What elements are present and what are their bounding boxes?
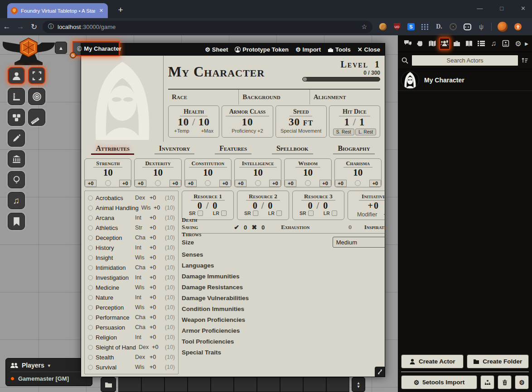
death-success-icon[interactable]: ✔ xyxy=(234,224,239,231)
hit-dice-box[interactable]: Hit Dice 1 / 1 S. Rest L. Rest xyxy=(329,105,380,138)
resource-max[interactable]: 0 xyxy=(268,201,273,210)
skill-row[interactable]: Persuasion Cha +0 (10) xyxy=(88,322,175,332)
resource-max[interactable]: 0 xyxy=(213,201,218,210)
measure-ruler-button[interactable] xyxy=(8,88,25,105)
bookmark-star-icon[interactable]: ☆ xyxy=(361,23,367,30)
skill-row[interactable]: Perception Wis +0 (10) xyxy=(88,302,175,312)
settings-tab-icon[interactable]: ⚙ xyxy=(513,38,523,50)
long-rest-checkbox[interactable] xyxy=(332,210,337,216)
fork-extension-icon[interactable]: ψ xyxy=(477,23,485,31)
skill-row[interactable]: Medicine Wis +0 (10) xyxy=(88,282,175,292)
ability-score[interactable]: 10 xyxy=(135,167,181,177)
cookie-extension-icon[interactable] xyxy=(379,23,387,30)
skill-proficiency-radio[interactable] xyxy=(88,355,93,360)
skill-row[interactable]: Acrobatics Dex +0 (10) xyxy=(88,193,175,203)
configure-button[interactable]: ⚙ xyxy=(515,375,529,389)
actor-list-item[interactable]: My Character xyxy=(398,69,532,91)
character-portrait[interactable] xyxy=(81,56,164,142)
ability-check-mod[interactable]: +0 xyxy=(369,180,381,187)
proficiency-radio[interactable] xyxy=(205,180,211,186)
skill-proficiency-radio[interactable] xyxy=(88,215,93,220)
window-close-button[interactable]: ✕ xyxy=(518,5,528,12)
bio-field-input[interactable]: Background xyxy=(239,90,310,105)
import-button[interactable]: ⚙ Import xyxy=(295,46,321,53)
skill-row[interactable]: History Int +0 (10) xyxy=(88,243,175,253)
skill-proficiency-radio[interactable] xyxy=(88,345,93,350)
trait-row[interactable]: Languages xyxy=(182,260,385,271)
browser-tab[interactable]: Foundry Virtual Tabletop • A Stan ✕ xyxy=(7,3,108,18)
macro-folder-button[interactable] xyxy=(101,377,116,392)
chat-tab-icon[interactable] xyxy=(402,38,413,50)
skill-row[interactable]: Deception Cha +0 (10) xyxy=(88,233,175,243)
resource-value[interactable]: 0 xyxy=(198,201,203,210)
close-button[interactable]: ✕ Close xyxy=(358,46,380,53)
resource-value[interactable]: 0 xyxy=(253,201,258,210)
trait-row[interactable]: Damage Immunities xyxy=(182,271,385,282)
url-field[interactable]: ⓘ localhost :30000/game ☆ xyxy=(43,21,372,33)
skill-proficiency-radio[interactable] xyxy=(88,325,93,330)
speed-value[interactable]: 30 ft xyxy=(277,116,325,128)
trait-row[interactable]: Damage Vulnerabilities xyxy=(182,292,385,303)
actors-tab-icon[interactable] xyxy=(439,38,450,50)
skill-proficiency-radio[interactable] xyxy=(88,315,93,320)
skill-row[interactable]: Performance Cha +0 (10) xyxy=(88,312,175,322)
health-box[interactable]: Health 10 / 10 +Temp +Max xyxy=(168,105,219,138)
player-row-gamemaster[interactable]: Gamemaster [GM] xyxy=(10,372,87,382)
resource-box[interactable]: Resource 3 0 / 0 SR LR xyxy=(292,191,344,220)
items-tab-icon[interactable] xyxy=(451,38,462,50)
dice-tray-button[interactable] xyxy=(8,109,25,126)
tools-button[interactable]: Tools xyxy=(328,46,351,53)
trait-row[interactable]: Damage Resistances xyxy=(182,282,385,292)
journal-tab-icon[interactable] xyxy=(464,38,474,50)
macro-slots[interactable] xyxy=(118,377,349,392)
ability-box[interactable]: Constitution 10 +0 +0 xyxy=(184,158,232,187)
skill-proficiency-radio[interactable] xyxy=(88,365,93,370)
sheet-tab[interactable]: Spellbook xyxy=(272,144,313,154)
scene-nav-collapse-button[interactable]: ▲ xyxy=(55,42,67,54)
ability-box[interactable]: Dexterity 10 +0 +0 xyxy=(134,158,181,187)
long-rest-checkbox[interactable] xyxy=(221,210,227,216)
bio-field-input[interactable]: Alignment xyxy=(310,90,380,105)
players-header[interactable]: Players ▾ xyxy=(10,362,87,372)
compendium-tab-icon[interactable] xyxy=(500,38,511,50)
sheet-tab[interactable]: Features xyxy=(215,144,251,154)
long-rest-button[interactable]: L. Rest xyxy=(355,129,376,135)
skill-row[interactable]: Nature Int +0 (10) xyxy=(88,292,175,302)
skill-proficiency-radio[interactable] xyxy=(88,225,93,230)
level-display[interactable]: Level1 xyxy=(302,59,380,70)
ublock-extension-icon[interactable]: UO xyxy=(394,23,401,30)
sheet-config-button[interactable]: ⚙ Sheet xyxy=(205,46,228,53)
d-extension-icon[interactable]: D. xyxy=(435,23,443,31)
new-tab-button[interactable]: + xyxy=(114,4,127,16)
hp-tempmax-field[interactable]: +Max xyxy=(201,128,213,134)
select-targets-button[interactable] xyxy=(28,67,45,84)
sheet-tab[interactable]: Biography xyxy=(333,144,374,154)
long-rest-checkbox[interactable] xyxy=(276,210,282,216)
search-input[interactable] xyxy=(411,55,518,66)
trait-senses[interactable]: Senses None xyxy=(182,249,385,260)
skill-row[interactable]: Sleight of Hand Dex +0 (10) xyxy=(88,342,175,352)
create-folder-button[interactable]: Create Folder xyxy=(467,354,529,368)
proficiency-radio[interactable] xyxy=(305,180,311,186)
initiative-modifier[interactable]: +0 xyxy=(383,211,385,218)
trait-row[interactable]: Tool Proficiencies xyxy=(182,336,385,347)
walls-button[interactable] xyxy=(8,150,25,167)
bio-field-input[interactable]: Race xyxy=(168,90,239,105)
short-rest-checkbox[interactable] xyxy=(253,210,258,216)
delete-button[interactable] xyxy=(498,375,512,389)
hd-value[interactable]: 1 xyxy=(344,116,350,128)
proficiency-radio[interactable] xyxy=(355,180,361,186)
ability-check-mod[interactable]: +0 xyxy=(119,180,131,187)
ability-check-mod[interactable]: +0 xyxy=(319,180,331,187)
sounds-button[interactable]: ♫ xyxy=(8,192,25,209)
proficiency-radio[interactable] xyxy=(255,180,261,186)
window-minimize-button[interactable]: — xyxy=(474,5,485,12)
playlists-tab-icon[interactable]: ♫ xyxy=(488,38,499,50)
ability-check-mod[interactable]: +0 xyxy=(269,180,281,187)
skill-row[interactable]: Investigation Int +0 (10) xyxy=(88,272,175,282)
tab-close-icon[interactable]: ✕ xyxy=(98,8,104,14)
xp-value[interactable]: 0 / 300 xyxy=(302,70,380,76)
drawing-tools-button[interactable] xyxy=(8,129,25,147)
skill-proficiency-radio[interactable] xyxy=(88,206,93,210)
hd-max[interactable]: 1 xyxy=(359,116,365,128)
